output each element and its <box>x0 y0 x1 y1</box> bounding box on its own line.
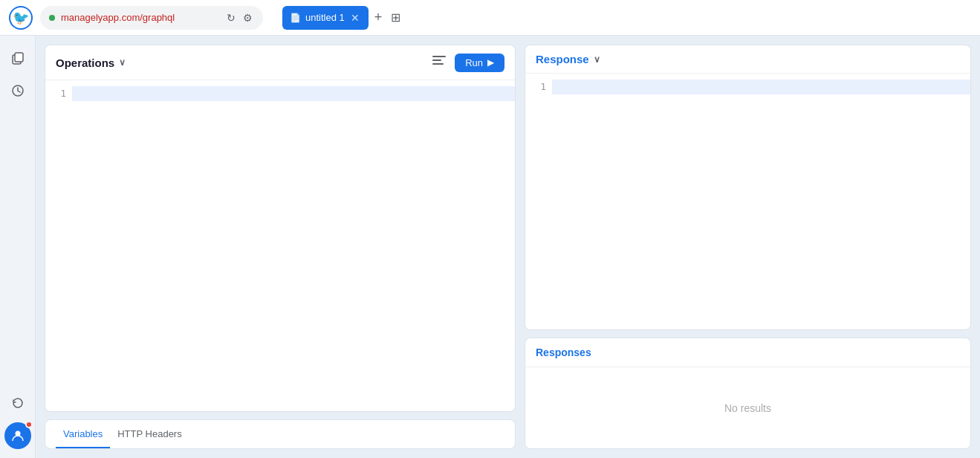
svg-rect-6 <box>432 63 444 65</box>
operations-header: Operations ∨ Run ▶ <box>45 45 515 80</box>
add-tab-button[interactable]: + <box>371 7 386 28</box>
left-panel: Operations ∨ Run ▶ <box>45 45 516 449</box>
run-play-icon: ▶ <box>487 57 494 68</box>
secure-indicator <box>49 15 55 21</box>
operations-editor[interactable]: 1 <box>45 80 515 411</box>
operations-label: Operations <box>56 57 114 69</box>
avatar-button[interactable] <box>4 422 31 449</box>
tab-variables[interactable]: Variables <box>56 420 110 448</box>
response-chevron-icon: ∨ <box>594 54 600 65</box>
right-panel: Response ∨ 1 Responses No results <box>525 45 971 449</box>
main-content: Operations ∨ Run ▶ <box>36 36 980 458</box>
tab-grid-button[interactable]: ⊞ <box>388 7 403 28</box>
reload-button[interactable]: ↻ <box>225 10 237 25</box>
response-header: Response ∨ <box>525 45 970 74</box>
copy-icon-button[interactable] <box>4 45 31 71</box>
prettify-button[interactable] <box>429 53 449 72</box>
run-label: Run <box>465 57 483 68</box>
variables-label: Variables <box>63 428 103 439</box>
address-bar[interactable]: managelyapp.com/graphql ↻ ⚙ <box>40 6 263 30</box>
tab-close-button[interactable]: ✕ <box>349 12 361 24</box>
active-tab[interactable]: 📄 untitled 1 ✕ <box>282 6 369 30</box>
url-base: managelyapp.com/ <box>61 12 143 23</box>
logo: 🐦 <box>9 6 33 30</box>
top-bar: 🐦 managelyapp.com/graphql ↻ ⚙ 📄 untitled… <box>0 0 980 36</box>
operations-line-number: 1 <box>45 86 72 101</box>
run-button[interactable]: Run ▶ <box>455 54 504 72</box>
url-actions: ↻ ⚙ <box>225 10 254 25</box>
operations-title: Operations ∨ <box>56 57 126 69</box>
svg-rect-4 <box>432 56 446 57</box>
notification-badge <box>25 421 33 428</box>
response-cursor-line <box>552 80 970 94</box>
tab-http-headers[interactable]: HTTP Headers <box>110 420 189 448</box>
settings-button[interactable]: ⚙ <box>241 10 254 25</box>
logo-inner: 🐦 <box>10 7 31 28</box>
tab-bar: 📄 untitled 1 ✕ + ⊞ <box>282 6 403 30</box>
responses-title: Responses <box>536 346 591 358</box>
sidebar-bottom <box>4 390 31 449</box>
history-icon-button[interactable] <box>4 77 31 104</box>
logo-face: 🐦 <box>13 10 29 26</box>
response-title: Response ∨ <box>536 53 600 65</box>
tab-label: untitled 1 <box>305 12 345 23</box>
operations-actions: Run ▶ <box>429 53 504 72</box>
response-editor: 1 <box>525 74 970 329</box>
response-panel: Response ∨ 1 <box>525 45 971 330</box>
http-headers-label: HTTP Headers <box>117 428 181 439</box>
responses-panel: Responses No results <box>525 338 971 449</box>
operations-chevron-icon: ∨ <box>119 57 126 68</box>
no-results-text: No results <box>525 367 970 448</box>
tab-file-icon: 📄 <box>290 13 301 23</box>
bottom-tabs-bar: Variables HTTP Headers <box>45 419 516 449</box>
sidebar <box>0 36 36 458</box>
refresh-icon-button[interactable] <box>4 390 31 416</box>
svg-rect-5 <box>432 59 441 61</box>
url-highlight: graphql <box>143 12 175 23</box>
response-line-number: 1 <box>525 80 552 94</box>
svg-rect-1 <box>15 53 23 62</box>
operations-cursor-line <box>72 86 515 101</box>
responses-header: Responses <box>525 338 970 367</box>
operations-panel: Operations ∨ Run ▶ <box>45 45 516 412</box>
url-text: managelyapp.com/graphql <box>61 12 219 23</box>
response-label: Response <box>536 53 589 65</box>
